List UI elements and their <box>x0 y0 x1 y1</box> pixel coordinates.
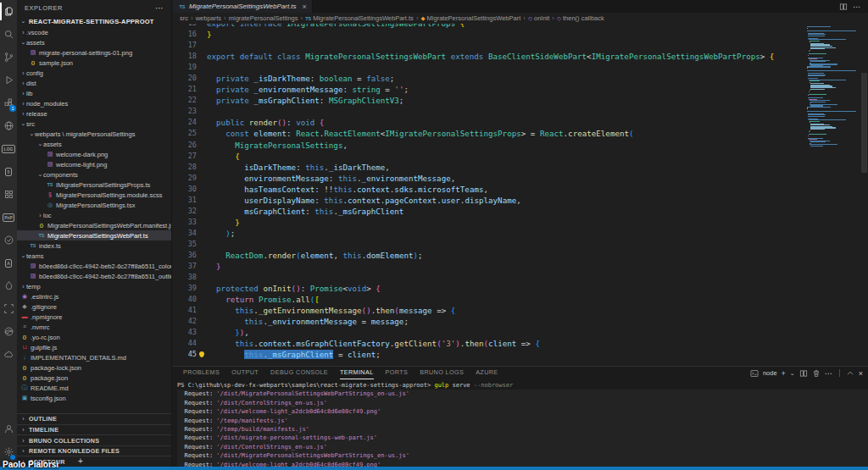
panel-more-actions-icon[interactable]: ⋯ <box>825 369 833 378</box>
breadcrumb-item[interactable]: migratePersonalSettings <box>229 14 298 22</box>
code-line-30[interactable]: 30 hasTeamsContext: !!this.context.sdks.… <box>173 184 868 195</box>
panel-tab-debug-console[interactable]: DEBUG CONSOLE <box>270 367 328 379</box>
kill-terminal-icon[interactable] <box>812 366 821 381</box>
activity-globe-icon[interactable] <box>0 114 17 137</box>
code-line-22[interactable]: 22 private _msGraphClient: MSGraphClient… <box>173 95 868 106</box>
tree-folder-components[interactable]: ⌄components <box>17 169 171 180</box>
tree-file--gitignore[interactable]: ◆.gitignore <box>17 301 171 312</box>
code-line-44[interactable]: 44 this.context.msGraphClientFactory.get… <box>173 338 868 349</box>
tree-file-sample-json[interactable]: {}sample.json <box>17 58 171 68</box>
tree-file--npmignore[interactable]: ▬.npmignore <box>17 312 171 322</box>
section-bruno-collections[interactable]: ›BRUNO COLLECTIONS <box>17 434 171 445</box>
panel-tab-problems[interactable]: PROBLEMS <box>183 367 220 379</box>
tree-folder-node-modules[interactable]: ›node_modules <box>17 98 171 108</box>
code-line-26[interactable]: 26 MigratePersonalSettings, <box>173 140 868 151</box>
code-line-29[interactable]: 29 environmentMessage: this._environment… <box>173 173 868 184</box>
tree-file-b0eed86d-c9cc-4942-beb2-6c27ff8a6511-color-p-[interactable]: ▨b0eed86d-c9cc-4942-beb2-6c27ff8a6511_co… <box>17 261 171 271</box>
maximize-panel-icon[interactable] <box>846 366 854 381</box>
section-remote-knowledge-files[interactable]: ›REMOTE KNOWLEDGE FILES <box>17 445 171 456</box>
code-line-23[interactable]: 23 <box>173 106 868 117</box>
tree-folder-dist[interactable]: ›dist <box>17 78 171 88</box>
activity-checklist-icon[interactable] <box>0 229 17 252</box>
activity-log-output-icon[interactable]: LOG <box>0 137 17 160</box>
tree-file-gulpfile-js[interactable]: ⊔gulpfile.js <box>17 342 171 352</box>
code-line-25[interactable]: 25 const element: React.ReactElement<IMi… <box>173 128 868 139</box>
tree-file-migratepersonalsettingswebpart-manifest-json[interactable]: {}MigratePersonalSettingsWebPart.manifes… <box>17 220 171 230</box>
tree-file-tsconfig-json[interactable]: ▣tsconfig.json <box>17 393 171 403</box>
project-root-header[interactable]: ⌄ REACT-MIGRATE-SETTINGS-APPROOT <box>17 15 171 27</box>
code-line-39[interactable]: 39 protected onInit(): Promise<void> { <box>173 283 868 294</box>
tree-file-imigratepersonalsettingsprops-ts[interactable]: TSIMigratePersonalSettingsProps.ts <box>17 180 171 190</box>
split-editor-icon[interactable] <box>839 0 848 14</box>
tree-file--nvmrc[interactable]: ≡.nvmrc <box>17 322 171 332</box>
activity-cubes-icon[interactable] <box>0 183 17 206</box>
lightbulb-icon[interactable] <box>199 351 204 357</box>
code-line-34[interactable]: 34 ); <box>173 228 868 239</box>
activity-extensions-icon[interactable]: 1 <box>0 91 17 114</box>
code-line-20[interactable]: 20 private _isDarkTheme: boolean = false… <box>173 73 868 84</box>
code-line-45[interactable]: 45 this._msGraphClient = client; <box>173 349 868 360</box>
code-line-32[interactable]: 32 msGraphClient: this._msGraphClient <box>173 206 868 217</box>
tree-file-b0eed86d-c9cc-4942-beb2-6c27ff8a6511-outline-[interactable]: ▨b0eed86d-c9cc-4942-beb2-6c27ff8a6511_ou… <box>17 271 171 281</box>
panel-tab-terminal[interactable]: TERMINAL <box>340 367 374 379</box>
activity-search-icon[interactable] <box>0 23 17 46</box>
tree-file-migrate-personal-settings-01-png[interactable]: ▨migrate-personal-settings-01.png <box>17 47 171 58</box>
minimap[interactable] <box>807 26 860 147</box>
activity-pnp-icon[interactable]: PnP <box>0 206 17 229</box>
code-line-40[interactable]: 40 return Promise.all([ <box>173 294 868 305</box>
code-line-27[interactable]: 27 { <box>173 151 868 162</box>
activity-source-control-icon[interactable] <box>0 46 17 69</box>
code-line-18[interactable]: 18export default class MigratePersonalSe… <box>173 51 868 62</box>
editor-tab[interactable]: TS MigratePersonalSettingsWebPart.ts × <box>173 0 313 13</box>
section-outline[interactable]: ›OUTLINE <box>17 413 171 424</box>
tree-folder-lib[interactable]: ›lib <box>17 88 171 98</box>
code-line-38[interactable]: 38 <box>173 272 868 283</box>
terminal-output[interactable]: PS C:\github\sp-dev-fx-webparts\samples\… <box>173 379 868 470</box>
activity-frame-icon[interactable] <box>0 297 17 320</box>
add-tour-button[interactable]: + <box>78 456 83 466</box>
code-line-37[interactable]: 37 } <box>173 261 868 272</box>
code-line-31[interactable]: 31 userDisplayName: this.context.pageCon… <box>173 195 868 206</box>
tree-file-welcome-light-png[interactable]: ▨welcome-light.png <box>17 159 171 169</box>
code-line-19[interactable]: 19 <box>173 62 868 73</box>
tree-folder-temp[interactable]: ›temp <box>17 281 171 291</box>
code-editor[interactable]: 15export interface IMigratePersonalSetti… <box>173 24 868 366</box>
tree-folder-teams[interactable]: ⌄teams <box>17 251 171 261</box>
tree-file-readme-md[interactable]: ⓘREADME.md <box>17 383 171 393</box>
code-line-43[interactable]: 43 }), <box>173 327 868 338</box>
tree-file--eslintrc-js[interactable]: ◉.eslintrc.js <box>17 291 171 301</box>
breadcrumb-item[interactable]: ◇onInit <box>528 14 549 22</box>
tree-file-implementation-details-md[interactable]: ↓IMPLEMENTATION_DETAILS.md <box>17 352 171 362</box>
panel-tab-ports[interactable]: PORTS <box>386 367 409 379</box>
tree-file-index-ts[interactable]: TSindex.ts <box>17 241 171 251</box>
code-line-36[interactable]: 36 ReactDom.render(element, this.domElem… <box>173 250 868 261</box>
activity-explorer-icon[interactable] <box>0 0 17 23</box>
new-terminal-icon[interactable]: + <box>782 369 786 378</box>
activity-cloud-tools-icon[interactable] <box>0 343 17 366</box>
more-actions-icon[interactable]: ⋯ <box>155 3 164 13</box>
code-line-16[interactable]: 16} <box>173 29 868 40</box>
editor-more-actions-icon[interactable]: ⋯ <box>853 3 861 11</box>
code-line-41[interactable]: 41 this._getEnvironmentMessage().then(me… <box>173 305 868 316</box>
activity-azure-icon[interactable]: A <box>0 252 17 274</box>
tree-file-package-lock-json[interactable]: {}package-lock.json <box>17 362 171 373</box>
panel-tab-bruno-logs[interactable]: BRUNO LOGS <box>420 367 464 379</box>
tree-folder-assets[interactable]: ⌄assets <box>17 37 171 47</box>
activity-run-debug-icon[interactable] <box>0 69 17 91</box>
code-line-35[interactable]: 35 <box>173 239 868 250</box>
close-icon[interactable]: × <box>303 3 307 11</box>
breadcrumb-item[interactable]: src <box>180 14 188 22</box>
code-line-24[interactable]: 24 public render(): void { <box>173 117 868 128</box>
code-line-33[interactable]: 33 } <box>173 217 868 228</box>
editor-scrollbar[interactable] <box>861 73 867 173</box>
tree-folder-loc[interactable]: ›loc <box>17 210 171 220</box>
tree-folder-src[interactable]: ⌄src <box>17 119 171 129</box>
code-line-28[interactable]: 28 isDarkTheme: this._isDarkTheme, <box>173 162 868 173</box>
close-panel-icon[interactable]: × <box>859 369 863 378</box>
status-bar[interactable] <box>0 467 868 470</box>
section-timeline[interactable]: ›TIMELINE <box>17 424 171 435</box>
activity-account-icon[interactable] <box>0 417 17 440</box>
code-line-21[interactable]: 21 private _environmentMessage: string =… <box>173 84 868 95</box>
panel-tab-azure[interactable]: AZURE <box>476 367 498 379</box>
panel-tab-output[interactable]: OUTPUT <box>231 367 259 379</box>
